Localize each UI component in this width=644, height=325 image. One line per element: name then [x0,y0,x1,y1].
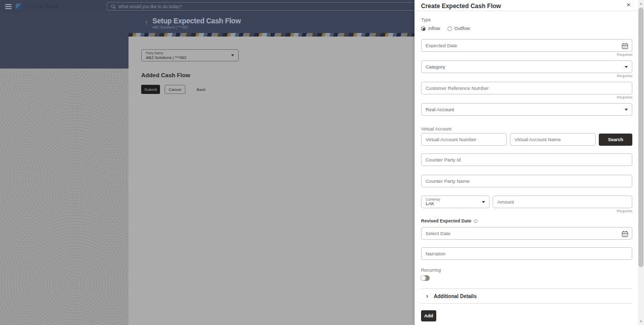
revised-expected-date-field[interactable] [421,227,632,240]
chevron-down-icon [625,109,628,111]
virtual-account-label: Virtual Account [421,126,632,132]
customer-reference-input[interactable] [422,82,632,94]
real-account-placeholder: Real Account [426,107,454,112]
bank-logo-icon[interactable] [16,4,22,9]
global-search-input[interactable]: What would you like to do today? [107,2,462,11]
hamburger-menu-icon[interactable] [5,4,12,10]
chevron-down-icon [482,201,485,203]
currency-label: Currency [426,198,479,201]
scroll-down-arrow[interactable]: ▼ [638,318,644,325]
revised-expected-date-text: Revised Expected Date [421,218,471,223]
section-heading: Added Cash Flow [141,72,402,78]
radio-outflow-label: Outflow [455,26,470,31]
counter-party-id-field[interactable] [421,153,632,166]
chevron-down-icon [625,66,628,68]
search-button[interactable]: Search [599,134,632,146]
radio-inflow[interactable]: Inflow [421,26,440,31]
chevron-down-icon [231,54,234,56]
virtual-account-name-field[interactable] [510,133,596,146]
amount-input[interactable] [493,196,632,208]
add-button[interactable]: Add [421,310,436,321]
scrollbar-thumb[interactable] [638,8,643,267]
revised-expected-date-input[interactable] [422,228,632,239]
page-header: ↑ Setup Expected Cash Flow ABZ Solutions… [128,13,414,33]
expected-date-field[interactable] [421,39,632,52]
category-placeholder: Category [426,64,445,70]
revised-expected-date-label: Revised Expected Date [421,218,632,223]
type-label: Type [421,17,632,22]
required-hint: Required [421,52,632,57]
search-icon [111,5,115,8]
virtual-account-number-input[interactable] [422,134,506,145]
counter-party-id-input[interactable] [422,154,632,166]
calendar-icon[interactable] [622,231,628,237]
required-hint: Required [421,74,632,79]
currency-value: LAK [426,201,479,206]
drawer-header: Create Expected Cash Flow ✕ [415,0,638,11]
submit-button[interactable]: Submit [141,85,160,94]
radio-inflow-label: Inflow [428,26,440,31]
decorative-banner [128,33,414,37]
counter-party-name-field[interactable] [421,175,632,187]
required-hint: Required [421,95,632,100]
category-select[interactable]: Category [421,60,632,73]
additional-details-label: Additional Details [434,294,476,299]
type-radio-group: Inflow Outflow [421,26,632,31]
party-name-label: Party Name [146,51,229,55]
radio-selected-icon [421,26,426,31]
radio-unselected-icon [447,26,452,31]
scrollbar[interactable]: ▲ ▼ [638,0,644,325]
search-placeholder: What would you like to do today? [118,4,182,9]
content-card: ↑ Setup Expected Cash Flow ABZ Solutions… [128,13,414,325]
page-title: Setup Expected Cash Flow [152,17,241,25]
required-hint: Required [421,209,632,214]
currency-select[interactable]: Currency LAK [421,196,490,208]
radio-outflow[interactable]: Outflow [447,26,470,31]
real-account-select[interactable]: Real Account [421,103,632,116]
party-name-value: ABZ Solutions | ***462 [146,55,229,60]
narration-input[interactable] [422,248,632,259]
virtual-account-name-input[interactable] [510,134,595,145]
toggle-knob [421,275,426,281]
cancel-button[interactable]: Cancel [165,85,185,94]
counter-party-name-input[interactable] [422,175,632,187]
close-icon[interactable]: ✕ [627,2,631,8]
page-subtitle: ABZ Solutions | ***462 [152,25,241,29]
expected-date-input[interactable] [422,40,632,51]
scroll-up-arrow[interactable]: ▲ [638,0,644,7]
back-to-top-icon[interactable]: ↑ [145,20,148,26]
narration-field[interactable] [421,247,632,260]
divider [421,303,632,304]
back-link[interactable]: Back [197,87,206,92]
sidebar-panel [0,13,128,69]
calendar-icon[interactable] [622,43,628,49]
virtual-account-number-field[interactable] [421,133,507,146]
amount-field[interactable] [493,196,632,208]
party-name-select[interactable]: Party Name ABZ Solutions | ***462 [141,49,239,61]
additional-details-expander[interactable]: › Additional Details [421,289,632,303]
chevron-right-icon: › [426,293,428,299]
customer-reference-field[interactable] [421,82,632,94]
brand-name: Futura Bank [25,3,58,9]
info-icon[interactable] [474,219,477,223]
create-cashflow-drawer: Create Expected Cash Flow ✕ Type Inflow … [414,0,638,325]
recurring-toggle[interactable] [421,275,430,281]
drawer-title: Create Expected Cash Flow [421,3,501,10]
recurring-label: Recurring [421,268,632,273]
